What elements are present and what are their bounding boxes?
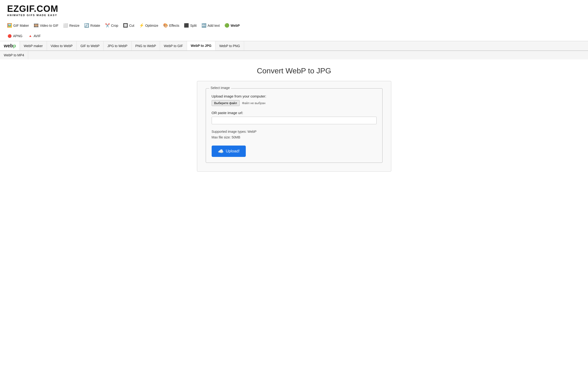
- header: EZGIF.COM ANIMATED GIFS MADE EASY: [0, 0, 588, 19]
- subnav-tab-webp-to-png[interactable]: WebP to PNG: [215, 41, 244, 50]
- rotate-icon: 🔄: [84, 23, 89, 28]
- webp-logo: webp: [4, 43, 16, 48]
- subnav-tab-webp-maker[interactable]: WebP maker: [20, 41, 47, 50]
- nav-item-split[interactable]: ⬛Split: [182, 22, 199, 29]
- nav-item-apng[interactable]: 🔴APNG: [5, 33, 25, 39]
- select-image-fieldset: Select image Upload image from your comp…: [206, 88, 383, 163]
- nav-item-video-to-gif[interactable]: 🎞️Video to GIF: [31, 22, 61, 29]
- split-icon: ⬛: [184, 23, 189, 28]
- nav-label-rotate: Rotate: [90, 24, 100, 27]
- resize-icon: ⬜: [63, 23, 68, 28]
- upload-label: Upload image from your computer:: [212, 94, 376, 98]
- supported-info: Supported image types: WebP Max file siz…: [212, 129, 376, 140]
- nav-bar: 🖼️GIF Maker🎞️Video to GIF⬜Resize🔄Rotate✂…: [0, 19, 588, 31]
- gif-maker-icon: 🖼️: [7, 23, 12, 28]
- nav-label-webp: WebP: [231, 24, 240, 27]
- subnav-tab-jpg-to-webp[interactable]: JPG to WebP: [104, 41, 132, 50]
- subnav-tab-webp-to-gif[interactable]: WebP to GIF: [160, 41, 187, 50]
- nav-label-apng: APNG: [13, 34, 23, 38]
- nav-label-cut: Cut: [129, 24, 134, 27]
- or-paste-label: OR paste image url:: [212, 111, 376, 115]
- upload-button-label: Upload!: [226, 149, 240, 153]
- webp-subnav-row2: WebP to MP4: [0, 51, 588, 59]
- url-input[interactable]: [212, 117, 376, 124]
- fieldset-legend: Select image: [209, 86, 231, 90]
- subnav-tab-video-to-webp[interactable]: Video to WebP: [47, 41, 77, 50]
- subnav-tab-png-to-webp[interactable]: PNG to WebP: [132, 41, 160, 50]
- effects-icon: 🎨: [163, 23, 168, 28]
- nav-label-gif-maker: GIF Maker: [13, 24, 29, 27]
- supported-types: Supported image types: WebP: [212, 129, 376, 135]
- nav-label-video-to-gif: Video to GIF: [40, 24, 58, 27]
- logo-sub: ANIMATED GIFS MADE EASY: [7, 14, 581, 17]
- file-input-row: Выберите файл Файл не выбран: [212, 100, 376, 106]
- main-content: Convert WebP to JPG Select image Upload …: [0, 59, 588, 179]
- nav-label-effects: Effects: [169, 24, 179, 27]
- nav-item-add-text[interactable]: 🔤Add text: [199, 22, 222, 29]
- nav-item-crop[interactable]: ✂️Crop: [103, 22, 121, 29]
- nav-item-resize[interactable]: ⬜Resize: [61, 22, 82, 29]
- nav-item-avif[interactable]: 🔺AVIF: [25, 33, 44, 39]
- nav-label-resize: Resize: [69, 24, 79, 27]
- nav-item-cut[interactable]: 🔲Cut: [121, 22, 137, 29]
- logo-main: EZGIF.COM: [7, 4, 581, 13]
- webp-subnav: webp WebP makerVideo to WebPGIF to WebPJ…: [0, 41, 588, 51]
- nav-label-add-text: Add text: [208, 24, 220, 27]
- page-title: Convert WebP to JPG: [257, 67, 331, 75]
- choose-file-button[interactable]: Выберите файл: [212, 100, 240, 106]
- upload-button[interactable]: ☁️ Upload!: [212, 146, 246, 157]
- logo: EZGIF.COM ANIMATED GIFS MADE EASY: [7, 4, 581, 17]
- max-file-size: Max file size: 50MB: [212, 135, 376, 140]
- no-file-label: Файл не выбран: [242, 101, 265, 105]
- nav-label-optimize: Optimize: [145, 24, 158, 27]
- nav-label-split: Split: [190, 24, 197, 27]
- cut-icon: 🔲: [123, 23, 128, 28]
- extra-nav: 🔴APNG🔺AVIF: [0, 31, 588, 41]
- nav-item-optimize[interactable]: ⚡Optimize: [137, 22, 161, 29]
- subnav-tab-gif-to-webp[interactable]: GIF to WebP: [76, 41, 104, 50]
- add-text-icon: 🔤: [201, 23, 206, 28]
- nav-item-effects[interactable]: 🎨Effects: [161, 22, 182, 29]
- avif-icon: 🔺: [28, 34, 32, 38]
- crop-icon: ✂️: [105, 23, 110, 28]
- nav-item-rotate[interactable]: 🔄Rotate: [82, 22, 102, 29]
- subnav-tab-webp-to-jpg[interactable]: WebP to JPG: [187, 41, 215, 50]
- upload-box: Select image Upload image from your comp…: [197, 81, 391, 172]
- webp-logo-cell: webp: [0, 41, 20, 50]
- upload-icon: ☁️: [218, 148, 224, 154]
- nav-label-crop: Crop: [111, 24, 118, 27]
- video-to-gif-icon: 🎞️: [34, 23, 39, 28]
- webp-icon: 🟢: [225, 23, 229, 28]
- nav-item-webp[interactable]: 🟢WebP: [222, 22, 242, 29]
- nav-label-avif: AVIF: [34, 34, 41, 38]
- optimize-icon: ⚡: [139, 23, 144, 28]
- apng-icon: 🔴: [8, 34, 12, 38]
- subnav-tab-webp-to-mp4[interactable]: WebP to MP4: [0, 51, 28, 59]
- nav-item-gif-maker[interactable]: 🖼️GIF Maker: [5, 22, 31, 29]
